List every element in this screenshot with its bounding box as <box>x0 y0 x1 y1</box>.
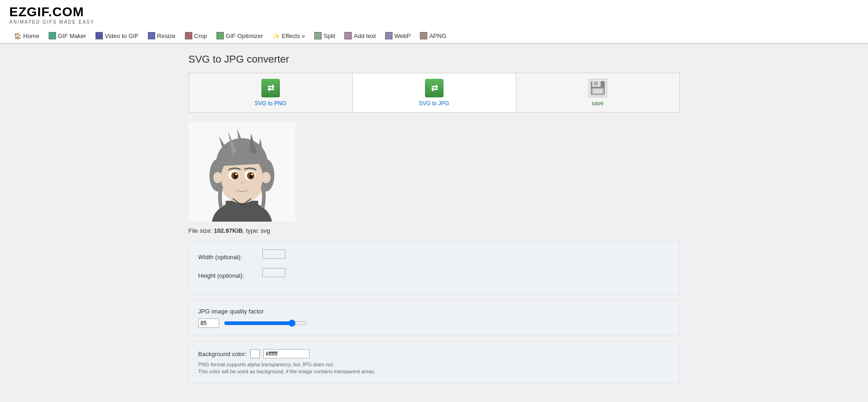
nav-video-to-gif[interactable]: Video to GIF <box>91 28 143 43</box>
nav-gif-optimizer[interactable]: GIF Optimizer <box>212 28 268 43</box>
effects-icon: ✨ <box>272 32 280 39</box>
tab-save-label: save <box>592 100 603 107</box>
nav-effects[interactable]: ✨ Effects » <box>268 29 310 43</box>
text-icon <box>344 32 352 39</box>
quality-value-input[interactable]: 85 <box>198 319 219 328</box>
tab-svg-to-png[interactable]: ⇄ SVG to PNG <box>189 73 353 112</box>
tab-svg-to-jpg-label: SVG to JPG <box>419 100 449 107</box>
svg-text:⇄: ⇄ <box>431 83 437 93</box>
optimizer-icon <box>216 32 224 39</box>
logo-text: EZGIF.COM <box>9 5 84 19</box>
svg-to-png-icon: ⇄ <box>261 79 280 97</box>
svg-to-jpg-icon: ⇄ <box>425 79 444 97</box>
height-label: Height (optional): <box>198 272 259 279</box>
tool-tabs: ⇄ SVG to PNG ⇄ SVG to JPG <box>189 73 680 113</box>
resize-icon <box>148 32 155 39</box>
height-row: Height (optional): <box>198 268 670 283</box>
apng-icon <box>420 32 427 39</box>
video-icon <box>95 32 103 39</box>
save-disk-icon <box>589 79 607 97</box>
background-panel: Background color: #ffffff PNG format sup… <box>189 341 680 383</box>
nav-webp[interactable]: WebP <box>380 28 415 43</box>
file-info: File size: 102.97KiB, type: svg <box>189 227 680 234</box>
height-input[interactable] <box>262 268 285 277</box>
nav-crop[interactable]: Crop <box>180 28 212 43</box>
file-size: 102.97KiB <box>214 227 242 234</box>
bg-color-input[interactable]: #ffffff <box>263 349 310 358</box>
page-title: SVG to JPG converter <box>189 53 680 65</box>
color-swatch <box>250 349 260 358</box>
width-input[interactable] <box>262 249 285 259</box>
svg-text:⇄: ⇄ <box>267 83 274 93</box>
quality-label: JPG image quality factor <box>198 308 670 315</box>
dimensions-panel: Width (optional): Height (optional): <box>189 242 680 294</box>
crop-icon <box>185 32 192 39</box>
bg-color-label: Background color: <box>198 351 247 357</box>
tab-svg-to-jpg[interactable]: ⇄ SVG to JPG <box>353 73 516 112</box>
image-preview <box>189 122 295 222</box>
bg-note-1: PNG format supports alpha transparency, … <box>198 361 670 376</box>
logo-sub: ANIMATED GIFS MADE EASY <box>9 19 859 25</box>
width-label: Width (optional): <box>198 254 259 261</box>
svg-rect-9 <box>593 89 602 93</box>
width-row: Width (optional): <box>198 249 670 264</box>
nav-apng[interactable]: APNG <box>415 28 451 43</box>
quality-slider[interactable] <box>224 319 307 327</box>
tab-save[interactable]: save <box>516 73 679 112</box>
quality-row: 85 <box>198 319 670 328</box>
svg-point-33 <box>251 173 253 175</box>
nav-resize[interactable]: Resize <box>143 28 180 43</box>
quality-panel: JPG image quality factor 85 <box>189 300 680 336</box>
house-icon: 🏠 <box>14 32 21 39</box>
svg-rect-7 <box>594 82 598 85</box>
nav-split[interactable]: Split <box>310 28 340 43</box>
split-icon <box>314 32 322 39</box>
nav-home[interactable]: 🏠 Home <box>9 29 44 43</box>
gif-icon <box>49 32 56 39</box>
tab-svg-to-png-label: SVG to PNG <box>254 100 286 107</box>
image-preview-area <box>189 122 680 222</box>
svg-point-32 <box>235 173 237 175</box>
bg-color-row: Background color: #ffffff <box>198 349 670 358</box>
nav-add-text[interactable]: Add text <box>340 28 380 43</box>
svg-rect-12 <box>226 201 258 222</box>
webp-icon <box>385 32 393 39</box>
main-nav: 🏠 Home GIF Maker Video to GIF Resize Cro… <box>9 28 859 43</box>
nav-gif-maker[interactable]: GIF Maker <box>44 28 91 43</box>
